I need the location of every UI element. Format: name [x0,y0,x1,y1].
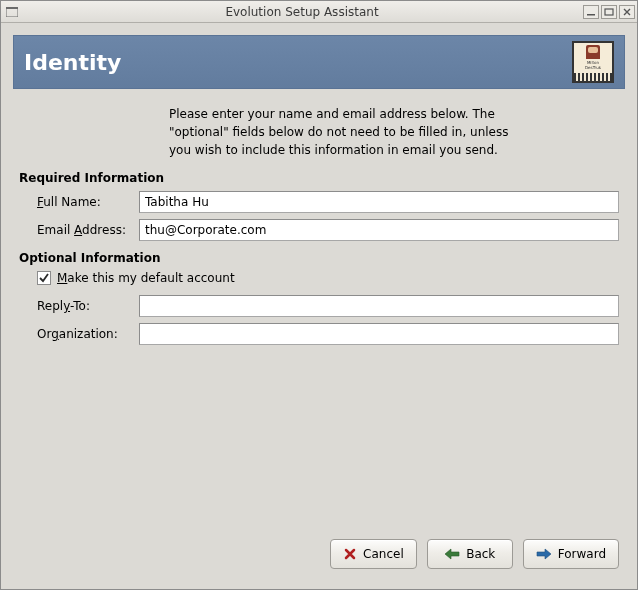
titlebar: Evolution Setup Assistant [1,1,637,23]
page-title: Identity [24,50,121,75]
required-section-header: Required Information [19,171,619,185]
replyto-input[interactable] [139,295,619,317]
intro-line-1: Please enter your name and email address… [169,107,495,121]
forward-icon [536,548,552,560]
window-title: Evolution Setup Assistant [21,5,583,19]
fullname-label: Full Name: [37,195,139,209]
back-label: Back [466,547,495,561]
forward-label: Forward [558,547,606,561]
fullname-row: Full Name: [19,191,619,213]
back-icon [444,548,460,560]
close-button[interactable] [619,5,635,19]
intro-text: Please enter your name and email address… [19,101,619,171]
replyto-label: Reply-To: [37,299,139,313]
default-account-label: Make this my default account [57,271,235,285]
organization-input[interactable] [139,323,619,345]
maximize-button[interactable] [601,5,617,19]
window-menu-icon[interactable] [3,4,21,20]
window-frame: Evolution Setup Assistant Identity Milto… [0,0,638,590]
forward-button[interactable]: Forward [523,539,619,569]
svg-rect-3 [605,9,613,15]
intro-line-2: "optional" fields below do not need to b… [169,125,509,139]
organization-label: Organization: [37,327,139,341]
window-controls [583,5,635,19]
organization-row: Organization: [19,323,619,345]
replyto-row: Reply-To: [19,295,619,317]
svg-rect-1 [6,7,18,9]
cancel-label: Cancel [363,547,404,561]
back-button[interactable]: Back [427,539,513,569]
email-input[interactable] [139,219,619,241]
default-account-checkbox[interactable] [37,271,51,285]
identity-icon: Milton DesTruk [572,41,614,83]
page-banner: Identity Milton DesTruk [13,35,625,89]
cancel-button[interactable]: Cancel [330,539,417,569]
default-account-row: Make this my default account [19,271,619,285]
content-area: Identity Milton DesTruk Please enter you… [1,23,637,589]
minimize-button[interactable] [583,5,599,19]
cancel-icon [343,547,357,561]
email-row: Email Address: [19,219,619,241]
intro-line-3: you wish to include this information in … [169,143,498,157]
svg-rect-2 [587,14,595,16]
form-area: Please enter your name and email address… [13,89,625,577]
button-row: Cancel Back Forwar [19,533,619,571]
email-label: Email Address: [37,223,139,237]
spacer [19,351,619,533]
fullname-input[interactable] [139,191,619,213]
optional-section-header: Optional Information [19,251,619,265]
